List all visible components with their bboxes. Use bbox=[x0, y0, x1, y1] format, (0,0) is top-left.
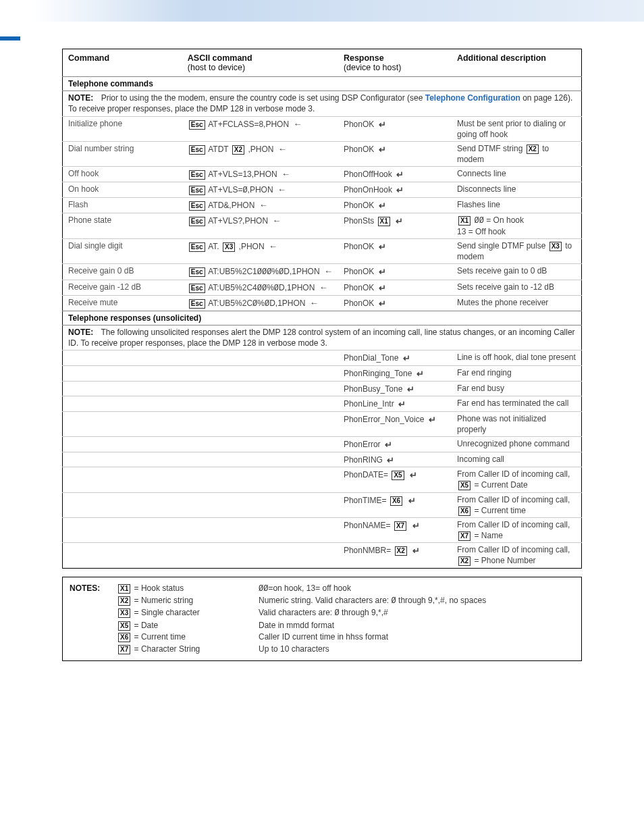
ascii-cell bbox=[182, 452, 338, 467]
notes-variable: X2 = Numeric string bbox=[117, 595, 259, 607]
command-cell bbox=[63, 350, 182, 366]
ascii-cell: Esc AT+VLS=Ø,PHON ← bbox=[182, 182, 338, 197]
notes-box: NOTES:X1 = Hook statusØØ=on hook, 13= of… bbox=[62, 577, 582, 661]
ascii-cell bbox=[182, 366, 338, 382]
table-row: PhonRinging_Tone ↵Far end ringing bbox=[63, 366, 582, 382]
section-telephone-commands: Telephone commands bbox=[63, 77, 582, 91]
ascii-cell: Esc AT. X3 ,PHON ← bbox=[182, 238, 338, 263]
notes-row: X5 = DateDate in mmdd format bbox=[70, 620, 574, 631]
response-cell: PhonOK ↵ bbox=[338, 280, 452, 295]
notes-variable: X3 = Single character bbox=[117, 607, 259, 619]
command-cell bbox=[63, 492, 182, 517]
response-cell: PhonOffHook ↵ bbox=[338, 167, 452, 182]
notes-variable: X5 = Date bbox=[117, 620, 259, 631]
enter-icon: ↵ bbox=[429, 414, 436, 426]
response-cell: PhonLine_Intr ↵ bbox=[338, 396, 452, 412]
description-cell: Must be sent prior to dialing or going o… bbox=[452, 116, 582, 141]
table-row: PhonDATE= X5 ↵From Caller ID of incoming… bbox=[63, 467, 582, 492]
notes-label bbox=[70, 607, 117, 619]
table-row: PhonError_Non_Voice ↵Phone was not initi… bbox=[63, 411, 582, 436]
response-cell: PhonNAME= X7 ↵ bbox=[338, 517, 452, 542]
command-cell: Dial number string bbox=[63, 141, 182, 166]
notes-description: ØØ=on hook, 13= off hook bbox=[259, 583, 574, 595]
ascii-cell: Esc ATD&,PHON ← bbox=[182, 198, 338, 213]
description-cell: From Caller ID of incoming call, X6 = Cu… bbox=[452, 492, 582, 517]
col-header-description: Additional description bbox=[452, 49, 582, 77]
command-cell: Receive gain -12 dB bbox=[63, 280, 182, 295]
esc-key-icon: Esc bbox=[189, 186, 205, 195]
notes-description: Caller ID current time in hhss format bbox=[259, 631, 574, 643]
left-arrow-icon: ← bbox=[278, 143, 287, 155]
notes-variable: X6 = Current time bbox=[117, 631, 259, 643]
description-cell: Unrecognized phone command bbox=[452, 437, 582, 452]
enter-icon: ↵ bbox=[379, 266, 386, 278]
enter-icon: ↵ bbox=[387, 454, 394, 467]
ascii-cell bbox=[182, 350, 338, 366]
enter-icon: ↵ bbox=[379, 119, 386, 131]
response-cell: PhonSts X1 ↵ bbox=[338, 213, 452, 238]
response-cell: PhonError_Non_Voice ↵ bbox=[338, 411, 452, 436]
x5-variable-icon: X5 bbox=[458, 481, 471, 490]
enter-icon: ↵ bbox=[379, 144, 386, 156]
response-cell: PhonRinging_Tone ↵ bbox=[338, 366, 452, 382]
enter-icon: ↵ bbox=[407, 384, 414, 396]
x3-variable-icon: X3 bbox=[223, 242, 235, 252]
table-header-row: Command ASCII command(host to device) Re… bbox=[63, 49, 582, 77]
header-accent bbox=[0, 36, 20, 41]
notes-variable: X7 = Character String bbox=[117, 644, 259, 655]
notes-label bbox=[70, 595, 117, 607]
ascii-cell bbox=[182, 492, 338, 517]
response-cell: PhonOK ↵ bbox=[338, 116, 452, 141]
notes-label bbox=[70, 631, 117, 643]
command-cell: Receive mute bbox=[63, 295, 182, 311]
link-telephone-configuration[interactable]: Telephone Configuration bbox=[425, 93, 520, 103]
enter-icon: ↵ bbox=[403, 353, 410, 365]
x6-variable-icon: X6 bbox=[390, 496, 402, 506]
command-cell bbox=[63, 467, 182, 492]
notes-description: Date in mmdd format bbox=[259, 620, 574, 631]
esc-key-icon: Esc bbox=[189, 120, 205, 130]
notes-row: NOTES:X1 = Hook statusØØ=on hook, 13= of… bbox=[70, 583, 574, 595]
description-cell: Phone was not initialized properly bbox=[452, 411, 582, 436]
note-text: Prior to using the the modem, ensure the… bbox=[101, 93, 425, 103]
note-row-2: NOTE: The following unsolicited response… bbox=[63, 325, 582, 350]
response-cell: PhonDial_Tone ↵ bbox=[338, 350, 452, 366]
command-cell bbox=[63, 396, 182, 412]
table-row: Off hookEsc AT+VLS=13,PHON ←PhonOffHook … bbox=[63, 167, 582, 182]
x2-variable-icon: X2 bbox=[118, 596, 130, 606]
x3-variable-icon: X3 bbox=[118, 608, 130, 618]
col-header-response: Response(device to host) bbox=[338, 49, 452, 77]
table-row: PhonTIME= X6 ↵From Caller ID of incoming… bbox=[63, 492, 582, 517]
header-gradient bbox=[0, 0, 644, 22]
notes-description: Up to 10 characters bbox=[259, 644, 574, 655]
ascii-cell bbox=[182, 411, 338, 436]
table-row: Receive gain -12 dBEsc AT:UB5%2C4ØØ%ØD,1… bbox=[63, 280, 582, 295]
enter-icon: ↵ bbox=[379, 282, 386, 294]
table-row: PhonLine_Intr ↵Far end has terminated th… bbox=[63, 396, 582, 412]
table-row: Dial single digitEsc AT. X3 ,PHON ←PhonO… bbox=[63, 238, 582, 263]
x1-variable-icon: X1 bbox=[458, 216, 471, 226]
enter-icon: ↵ bbox=[417, 368, 424, 380]
notes-row: X6 = Current timeCaller ID current time … bbox=[70, 631, 574, 643]
section-telephone-responses: Telephone responses (unsolicited) bbox=[63, 311, 582, 325]
table-row: PhonRING ↵Incoming call bbox=[63, 452, 582, 467]
ascii-cell: Esc AT:UB5%2C1ØØØ%ØD,1PHON ← bbox=[182, 264, 338, 280]
command-cell bbox=[63, 437, 182, 452]
description-cell: Far end has terminated the call bbox=[452, 396, 582, 412]
command-cell: Initialize phone bbox=[63, 116, 182, 141]
description-cell: Flashes line bbox=[452, 198, 582, 213]
x6-variable-icon: X6 bbox=[118, 633, 130, 642]
esc-key-icon: Esc bbox=[189, 145, 205, 155]
description-cell: Far end busy bbox=[452, 381, 582, 396]
col-header-command: Command bbox=[63, 49, 182, 77]
table-row: Phone stateEsc AT+VLS?,PHON ←PhonSts X1 … bbox=[63, 213, 582, 238]
x6-variable-icon: X6 bbox=[458, 506, 471, 516]
command-cell: On hook bbox=[63, 182, 182, 197]
response-cell: PhonOnHook ↵ bbox=[338, 182, 452, 197]
notes-row: X3 = Single characterValid characters ar… bbox=[70, 607, 574, 619]
ascii-cell bbox=[182, 381, 338, 396]
description-cell: Mutes the phone receiver bbox=[452, 295, 582, 311]
esc-key-icon: Esc bbox=[189, 201, 205, 211]
command-cell: Receive gain 0 dB bbox=[63, 264, 182, 280]
description-cell: X1 ØØ = On hook 13 = Off hook bbox=[452, 213, 582, 238]
